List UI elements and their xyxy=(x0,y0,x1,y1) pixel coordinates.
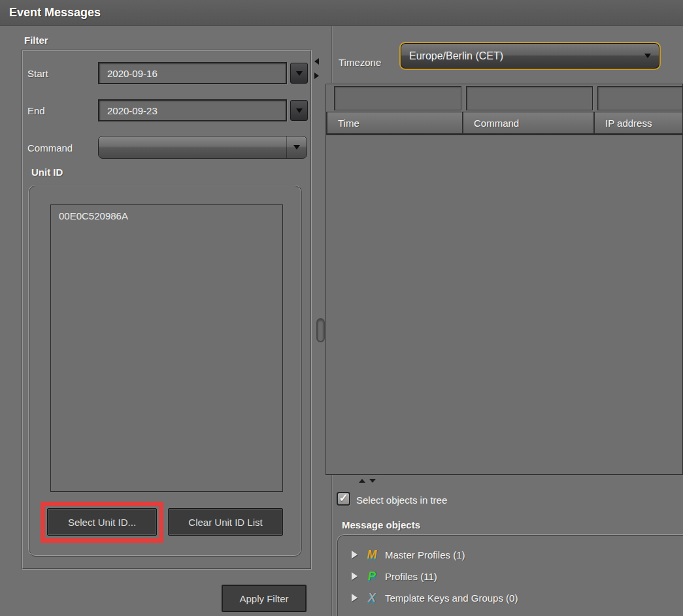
chevron-down-icon xyxy=(644,54,651,58)
column-header-time[interactable]: Time xyxy=(327,112,462,133)
page-title: Event Messages xyxy=(0,0,683,26)
profile-icon: P xyxy=(365,570,379,583)
start-date-label: Start xyxy=(27,68,48,79)
unit-id-group-label: Unit ID xyxy=(31,167,63,178)
end-date-dropdown-button[interactable] xyxy=(290,100,308,121)
tree-item-profiles[interactable]: P Profiles (11) xyxy=(352,568,437,585)
chevron-down-icon xyxy=(293,145,300,150)
template-key-icon: X xyxy=(365,591,379,605)
tree-expand-icon[interactable] xyxy=(352,572,358,580)
select-unit-id-button[interactable]: Select Unit ID... xyxy=(47,508,157,536)
checkmark-icon: ✓ xyxy=(339,491,348,505)
tree-item-label[interactable]: Profiles (11) xyxy=(385,571,437,582)
column-header-command[interactable]: Command xyxy=(463,112,593,133)
table-body xyxy=(326,134,683,475)
splitter-grip-handle[interactable] xyxy=(316,318,325,342)
unit-id-list-item[interactable]: 00E0C520986A xyxy=(59,210,275,221)
end-date-label: End xyxy=(27,105,45,116)
tree-item-label[interactable]: Template Keys and Groups (0) xyxy=(385,592,518,604)
select-objects-checkbox[interactable]: ✓ xyxy=(337,492,350,506)
master-profile-icon: M xyxy=(365,548,379,562)
column-header-ip-address[interactable]: IP address xyxy=(595,112,683,133)
splitter-collapse-left-icon[interactable] xyxy=(314,58,319,65)
page-title-text: Event Messages xyxy=(9,6,101,20)
start-date-dropdown-button[interactable] xyxy=(290,63,308,84)
ip-address-column-filter-input[interactable] xyxy=(597,86,683,110)
filter-group-label: Filter xyxy=(24,35,48,46)
message-objects-group-label: Message objects xyxy=(342,519,420,530)
command-combobox-arrow[interactable] xyxy=(286,137,307,158)
tree-expand-icon[interactable] xyxy=(352,551,358,559)
command-label: Command xyxy=(27,142,73,154)
tree-item-label[interactable]: Master Profiles (1) xyxy=(385,549,465,560)
tree-item-template-keys-groups[interactable]: X Template Keys and Groups (0) xyxy=(352,589,518,606)
command-column-filter-input[interactable] xyxy=(466,86,593,110)
apply-filter-button[interactable]: Apply Filter xyxy=(222,585,307,612)
timezone-combobox[interactable]: Europe/Berlin (CET) xyxy=(399,42,661,70)
event-messages-table: Time Command IP address xyxy=(325,84,683,475)
timezone-label: Timezone xyxy=(339,57,381,68)
timezone-combobox-arrow[interactable] xyxy=(636,43,659,69)
tree-expand-icon[interactable] xyxy=(352,594,358,602)
table-scroll-up-icon[interactable] xyxy=(359,479,365,483)
time-column-filter-input[interactable] xyxy=(334,86,461,110)
unit-id-listbox[interactable]: 00E0C520986A xyxy=(50,204,283,492)
start-date-field[interactable]: 2020-09-16 xyxy=(98,62,287,84)
table-header-row: Time Command IP address xyxy=(326,112,683,134)
clear-unit-id-list-button[interactable]: Clear Unit ID List xyxy=(168,508,283,536)
select-objects-checkbox-label: Select objects in tree xyxy=(356,494,447,506)
chevron-down-icon xyxy=(296,71,303,76)
timezone-combobox-value: Europe/Berlin (CET) xyxy=(401,50,636,62)
tree-item-master-profiles[interactable]: M Master Profiles (1) xyxy=(352,546,465,563)
chevron-down-icon xyxy=(296,108,303,113)
command-combobox[interactable] xyxy=(98,136,307,159)
table-scroll-down-icon[interactable] xyxy=(369,479,376,483)
splitter-expand-right-icon[interactable] xyxy=(314,73,319,79)
end-date-field[interactable]: 2020-09-23 xyxy=(98,99,287,122)
